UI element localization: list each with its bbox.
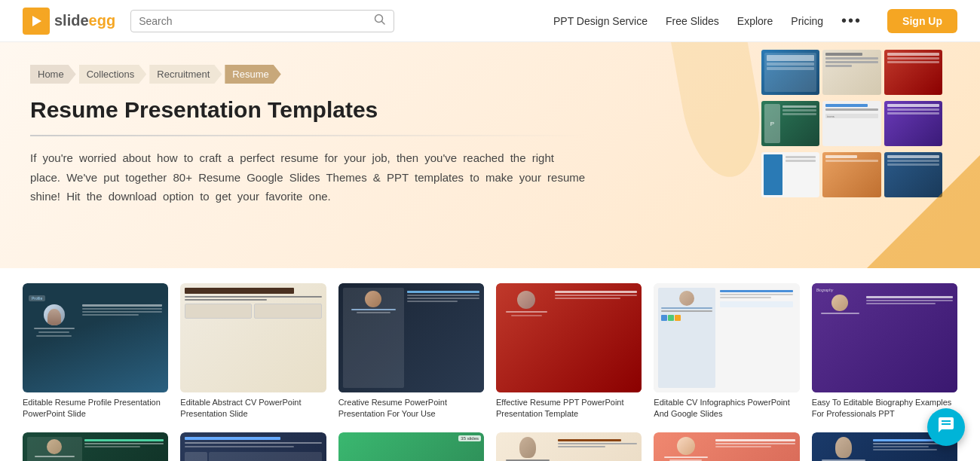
templates-grid: Profile <box>23 283 957 461</box>
nav-ppt-design[interactable]: PPT Design Service <box>553 15 648 27</box>
search-icon[interactable] <box>374 14 386 29</box>
preview-cell-3 <box>884 50 942 95</box>
template-card-6[interactable]: Biography Easy To Editable Bi <box>812 283 957 420</box>
preview-cell-6 <box>884 101 942 146</box>
preview-cell-1 <box>761 50 819 95</box>
template-card-11[interactable]: Profile Presentation Slide <box>654 432 799 461</box>
nav-links: PPT Design Service Free Slides Explore P… <box>553 9 957 33</box>
search-bar <box>130 10 394 32</box>
nav-free-slides[interactable]: Free Slides <box>666 15 719 27</box>
template-card-9[interactable]: Biodata Infographics 35 slides Biodata I… <box>338 432 484 461</box>
template-title-2: Editable Abstract CV PowerPoint Presenta… <box>180 397 326 420</box>
template-card-7[interactable]: About Me Biography Slide <box>23 432 168 461</box>
breadcrumb-home[interactable]: Home <box>30 65 76 84</box>
template-card-1[interactable]: Profile <box>23 283 168 420</box>
template-thumb-1: Profile <box>23 283 168 392</box>
template-thumb-11 <box>654 432 799 461</box>
template-thumb-4 <box>496 283 642 392</box>
chat-icon <box>937 416 955 438</box>
templates-section: Profile <box>0 268 980 461</box>
template-thumb-5 <box>654 283 799 392</box>
template-title-3: Creative Resume PowerPoint Presentation … <box>338 397 484 420</box>
logo-icon <box>23 8 50 35</box>
sign-up-button[interactable]: Sign Up <box>887 9 957 33</box>
template-card-8[interactable]: Professional Resume PowerPoint <box>180 432 326 461</box>
template-thumb-6: Biography <box>812 283 957 392</box>
preview-cell-5: icons <box>822 101 880 146</box>
template-card-5[interactable]: Editable CV Infographics PowerPoint And … <box>654 283 799 420</box>
nav-pricing[interactable]: Pricing <box>791 15 823 27</box>
template-thumb-8 <box>180 432 326 461</box>
template-card-10[interactable]: Resume Template PowerPoint <box>496 432 642 461</box>
template-thumb-7 <box>23 432 168 461</box>
triangle-decoration <box>867 155 980 268</box>
template-card-3[interactable]: Creative Resume PowerPoint Presentation … <box>338 283 484 420</box>
breadcrumb-collections[interactable]: Collections <box>79 65 147 84</box>
header: slideegg PPT Design Service Free Slides … <box>0 0 980 42</box>
template-thumb-3 <box>338 283 484 392</box>
nav-explore[interactable]: Explore <box>737 15 773 27</box>
logo-text: slideegg <box>54 12 115 29</box>
template-title-5: Editable CV Infographics PowerPoint And … <box>654 397 799 420</box>
template-title-1: Editable Resume Profile Presentation Pow… <box>23 397 168 420</box>
template-thumb-2 <box>180 283 326 392</box>
template-thumb-9: Biodata Infographics 35 slides <box>338 432 484 461</box>
template-title-4: Effective Resume PPT PowerPoint Presenta… <box>496 397 642 420</box>
preview-cell-2 <box>822 50 880 95</box>
nav-more-dots[interactable]: ••• <box>841 12 862 29</box>
preview-cell-4: P <box>761 101 819 146</box>
hero-divider <box>30 135 588 136</box>
logo[interactable]: slideegg <box>23 8 115 35</box>
search-input[interactable] <box>139 15 374 27</box>
breadcrumb-recruitment[interactable]: Recruitment <box>149 65 222 84</box>
oval-decoration <box>669 42 770 183</box>
hero-description: If you're worried about how to craft a p… <box>30 148 588 206</box>
preview-cell-7 <box>761 152 819 197</box>
breadcrumb-resume[interactable]: Resume <box>225 65 280 84</box>
svg-line-3 <box>382 21 385 24</box>
template-card-2[interactable]: Editable Abstract CV PowerPoint Presenta… <box>180 283 326 420</box>
hero-section: Home Collections Recruitment Resume Resu… <box>0 42 980 268</box>
chat-bubble[interactable] <box>927 408 965 446</box>
template-thumb-10 <box>496 432 642 461</box>
template-card-4[interactable]: Effective Resume PPT PowerPoint Presenta… <box>496 283 642 420</box>
